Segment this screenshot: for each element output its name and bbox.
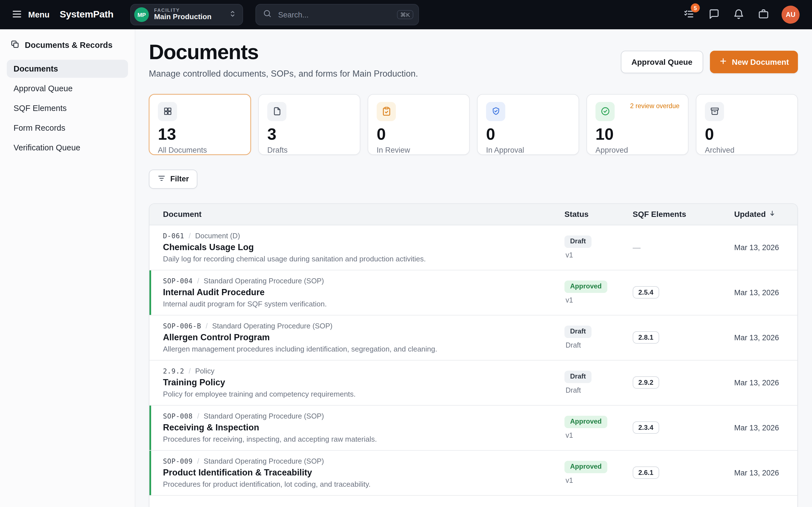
stat-card-approved[interactable]: 2 review overdue 10 Approved <box>587 94 689 155</box>
documents-table: Document Status SQF Elements Updated D- <box>149 203 798 507</box>
status-badge: Approved <box>564 416 607 428</box>
brand-logo[interactable]: SystemPath <box>60 9 114 20</box>
facility-selector[interactable]: MP FACILITY Main Production <box>130 4 243 25</box>
doc-type: Document (D) <box>195 231 240 240</box>
doc-description: Procedures for product identification, l… <box>163 480 555 489</box>
page-subtitle: Manage controlled documents, SOPs, and f… <box>149 68 418 78</box>
check-circle-icon <box>596 102 615 121</box>
status-badge: Approved <box>564 281 607 293</box>
hamburger-icon <box>11 8 22 21</box>
stat-value: 0 <box>705 126 789 142</box>
table-row[interactable]: 2.9.2 Policy Training Policy Policy for … <box>149 360 797 405</box>
doc-version: Draft <box>564 386 581 394</box>
archive-icon <box>705 102 724 121</box>
stat-value: 13 <box>158 126 242 142</box>
search-input[interactable] <box>277 10 392 19</box>
doc-description: Internal audit program for SQF system ve… <box>163 300 555 308</box>
tasks-button[interactable]: 5 <box>679 4 699 25</box>
sidebar-item-documents[interactable]: Documents <box>7 60 128 78</box>
status-badge: Draft <box>564 371 592 383</box>
doc-description: Policy for employee training and compete… <box>163 390 555 398</box>
sidebar-item-approval-queue[interactable]: Approval Queue <box>7 79 128 98</box>
filter-button[interactable]: Filter <box>149 169 197 188</box>
stat-card-in-approval[interactable]: 0 In Approval <box>477 94 579 155</box>
doc-description: Daily log for recording chemical usage d… <box>163 255 555 263</box>
sqf-chip[interactable]: 2.3.4 <box>633 421 659 434</box>
notifications-button[interactable] <box>728 4 749 25</box>
stat-card-drafts[interactable]: 3 Drafts <box>258 94 360 155</box>
stat-label: Drafts <box>267 146 351 154</box>
table-row[interactable]: SOP-004 Standard Operating Procedure (SO… <box>149 270 797 315</box>
main-content: Documents Manage controlled documents, S… <box>135 29 812 507</box>
col-header-updated[interactable]: Updated <box>734 210 797 219</box>
search-icon <box>263 9 272 20</box>
doc-title[interactable]: Training Policy <box>163 378 555 388</box>
briefcase-icon <box>758 8 769 21</box>
sidebar-item-form-records[interactable]: Form Records <box>7 119 128 137</box>
separator-slash <box>197 277 199 285</box>
global-search[interactable]: ⌘K <box>255 4 419 25</box>
col-header-document[interactable]: Document <box>163 210 564 219</box>
table-row[interactable]: SOP-008 Standard Operating Procedure (SO… <box>149 405 797 450</box>
col-header-sqf-elements[interactable]: SQF Elements <box>633 210 734 219</box>
sqf-chip[interactable]: 2.5.4 <box>633 286 659 298</box>
stat-card-archived[interactable]: 0 Archived <box>696 94 798 155</box>
filter-label: Filter <box>170 175 189 183</box>
sort-desc-icon <box>769 210 776 219</box>
menu-label: Menu <box>28 10 50 19</box>
bell-icon <box>733 8 744 21</box>
file-icon <box>267 102 287 121</box>
new-document-button[interactable]: New Document <box>710 51 798 73</box>
new-document-label: New Document <box>732 57 789 66</box>
stat-value: 0 <box>486 126 570 142</box>
doc-code: SOP-008 <box>163 412 193 420</box>
notification-count-badge: 5 <box>691 3 700 12</box>
stat-card-all-documents[interactable]: 13 All Documents <box>149 94 251 155</box>
table-row[interactable]: SOP-006-B Standard Operating Procedure (… <box>149 315 797 360</box>
chat-icon <box>708 8 719 21</box>
doc-title[interactable]: Receiving & Inspection <box>163 422 555 433</box>
doc-code: 2.9.2 <box>163 367 184 375</box>
doc-version: v1 <box>564 251 573 259</box>
col-header-status[interactable]: Status <box>564 210 633 219</box>
sqf-chip[interactable]: 2.8.1 <box>633 331 659 344</box>
separator-slash <box>189 367 191 375</box>
sidebar-item-verification-queue[interactable]: Verification Queue <box>7 138 128 157</box>
table-row[interactable]: SOP-002 Standard Operating Procedure (SO… <box>149 496 797 507</box>
messages-button[interactable] <box>704 4 724 25</box>
shield-check-icon <box>486 102 505 121</box>
doc-version: Draft <box>564 341 581 349</box>
doc-code: D-061 <box>163 232 184 240</box>
doc-description: Procedures for receiving, inspecting, an… <box>163 435 555 443</box>
table-row[interactable]: SOP-009 Standard Operating Procedure (SO… <box>149 450 797 496</box>
doc-version: v1 <box>564 432 573 439</box>
sidebar-item-sqf-elements[interactable]: SQF Elements <box>7 99 128 117</box>
doc-title[interactable]: Chemicals Usage Log <box>163 242 555 252</box>
doc-version: v1 <box>564 476 573 485</box>
workspace-button[interactable] <box>753 4 774 25</box>
table-header: Document Status SQF Elements Updated <box>149 204 797 225</box>
updated-date: Mar 13, 2026 <box>734 333 797 342</box>
grid-icon <box>158 102 177 121</box>
status-badge: Approved <box>564 461 607 473</box>
stat-value: 10 <box>596 126 679 142</box>
updated-date: Mar 13, 2026 <box>734 288 797 297</box>
clipboard-check-icon <box>377 102 396 121</box>
stat-card-in-review[interactable]: 0 In Review <box>368 94 470 155</box>
table-row[interactable]: D-061 Document (D) Chemicals Usage Log D… <box>149 225 797 270</box>
user-avatar[interactable]: AU <box>781 6 800 24</box>
sqf-chip[interactable]: 2.6.1 <box>633 466 659 479</box>
sidebar-nav: Documents Approval Queue SQF Elements Fo… <box>7 60 128 157</box>
doc-code: SOP-004 <box>163 277 193 285</box>
facility-avatar: MP <box>134 7 149 22</box>
doc-description: Allergen management procedures including… <box>163 345 555 353</box>
review-overdue-note: 2 review overdue <box>630 102 679 109</box>
doc-title[interactable]: Internal Audit Procedure <box>163 287 555 297</box>
separator-slash <box>189 232 191 240</box>
sqf-chip[interactable]: 2.9.2 <box>633 376 659 389</box>
menu-button[interactable]: Menu <box>11 8 50 21</box>
doc-title[interactable]: Allergen Control Program <box>163 332 555 342</box>
approval-queue-button[interactable]: Approval Queue <box>620 51 703 73</box>
doc-title[interactable]: Product Identification & Traceability <box>163 467 555 478</box>
sidebar: Documents & Records Documents Approval Q… <box>0 29 135 507</box>
